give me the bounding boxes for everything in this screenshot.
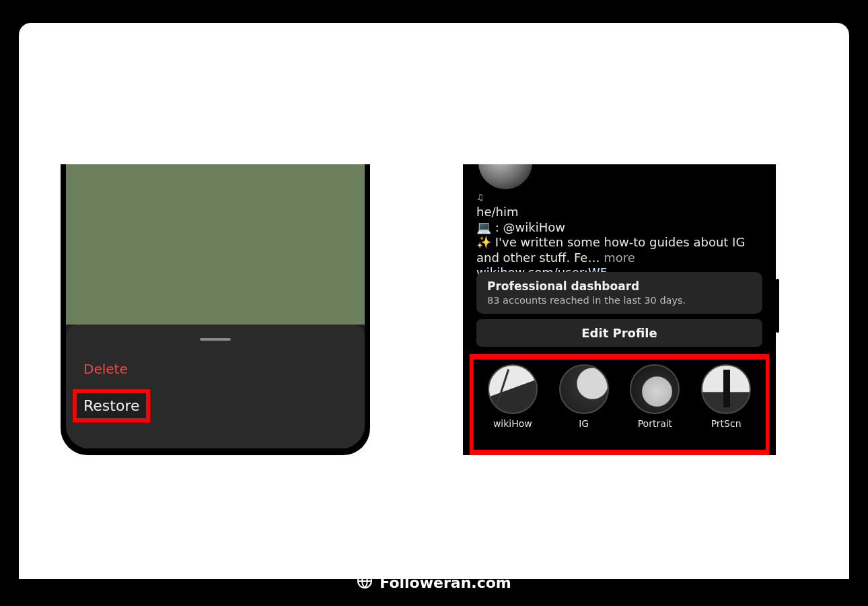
highlight-label: IG: [579, 418, 589, 429]
pro-dashboard-title: Professional dashboard: [487, 279, 752, 293]
phone-left: Delete Restore: [61, 164, 370, 455]
globe-icon: [357, 573, 373, 593]
highlight-label: PrtScn: [711, 418, 742, 429]
highlight-label: Portrait: [638, 418, 672, 429]
delete-option[interactable]: Delete: [66, 356, 365, 389]
sparkle-icon: ✨: [476, 235, 495, 249]
work-handle-link[interactable]: @wikiHow: [503, 220, 565, 234]
highlight-cover: [630, 364, 680, 414]
bio-work-line: 💻 : @wikiHow: [476, 220, 762, 236]
laptop-icon: 💻 :: [476, 220, 503, 234]
device-mock-frame: Delete Restore ♫ he/him 💻 : @wikiHow: [7, 8, 861, 599]
avatar[interactable]: [476, 164, 534, 191]
content-panel: Delete Restore ♫ he/him 💻 : @wikiHow: [19, 23, 849, 579]
restore-highlight-box: Restore: [73, 389, 150, 422]
bio-more-link[interactable]: more: [600, 250, 635, 265]
highlight-item[interactable]: IG: [554, 364, 614, 429]
phone-right: ♫ he/him 💻 : @wikiHow ✨ I've written som…: [463, 164, 776, 455]
pro-dashboard-subtitle: 83 accounts reached in the last 30 days.: [487, 295, 752, 306]
phone-right-screen: ♫ he/him 💻 : @wikiHow ✨ I've written som…: [470, 164, 769, 455]
edit-profile-button[interactable]: Edit Profile: [476, 319, 762, 347]
phone-left-screen: Delete Restore: [66, 164, 365, 448]
highlight-item[interactable]: Portrait: [624, 364, 685, 429]
professional-dashboard-card[interactable]: Professional dashboard 83 accounts reach…: [476, 272, 762, 314]
bio-sparkle-line: ✨ I've written some how-to guides about …: [476, 235, 762, 265]
action-sheet: Delete Restore: [66, 325, 365, 448]
pronouns-text: he/him: [476, 205, 762, 220]
highlight-label: wikiHow: [493, 418, 532, 429]
phone-side-button: [776, 279, 779, 333]
highlight-cover: [701, 364, 751, 414]
highlight-item[interactable]: PrtScn: [696, 364, 756, 429]
profile-bio: ♫ he/him 💻 : @wikiHow ✨ I've written som…: [476, 193, 762, 281]
archived-story-preview: [66, 164, 365, 325]
footer-site-label: Followeran.com: [379, 574, 511, 591]
highlight-cover: [559, 364, 609, 414]
highlights-annotation-box: wikiHow IG Portrait PrtScn: [470, 354, 769, 455]
branding-footer: Followeran.com: [7, 566, 861, 599]
highlight-item[interactable]: wikiHow: [482, 364, 543, 429]
sheet-grabber[interactable]: [200, 338, 231, 341]
music-note-icon: ♫: [476, 193, 762, 203]
highlight-cover: [488, 364, 538, 414]
restore-option[interactable]: Restore: [77, 393, 146, 418]
